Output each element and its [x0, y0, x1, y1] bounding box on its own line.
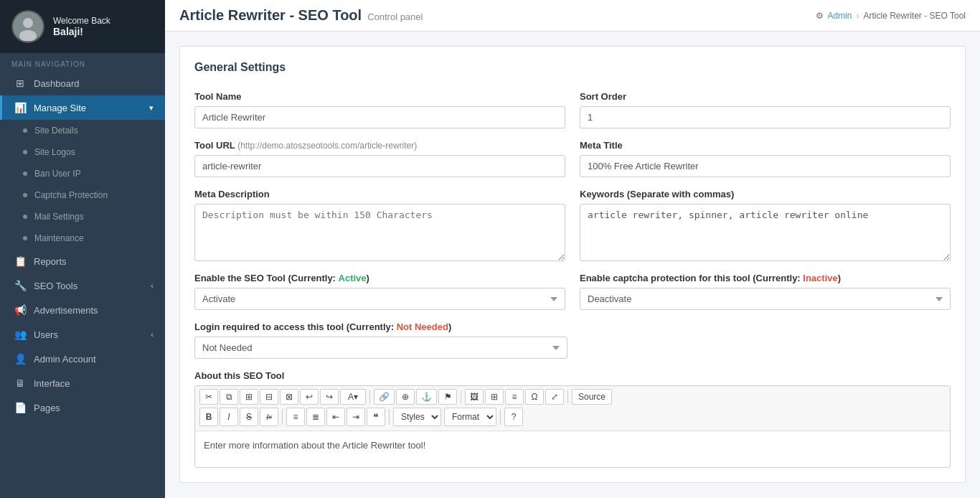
- font-button[interactable]: A▾: [340, 389, 366, 405]
- toolbar-separator: [282, 409, 283, 425]
- form-row-2: Tool URL (http://demo.atoszseotools.com/…: [194, 140, 951, 177]
- sidebar-item-interface[interactable]: 🖥 Interface: [0, 371, 165, 395]
- sort-order-input[interactable]: [580, 106, 951, 128]
- page-subtitle: Control panel: [367, 11, 423, 22]
- toolbar-separator: [461, 390, 461, 403]
- users-icon: 👥: [14, 329, 27, 340]
- link-button[interactable]: 🔗: [374, 389, 395, 405]
- sidebar-item-label: Captcha Protection: [34, 190, 108, 200]
- cut-button[interactable]: ✂: [199, 389, 218, 405]
- sidebar-item-dashboard[interactable]: ⊞ Dashboard: [0, 71, 165, 95]
- special-char-button[interactable]: Ω: [525, 389, 544, 405]
- source-button[interactable]: Source: [572, 389, 612, 405]
- meta-desc-textarea[interactable]: [194, 204, 565, 261]
- sidebar-item-admin-account[interactable]: 👤 Admin Account: [0, 347, 165, 371]
- toolbar-separator: [567, 390, 568, 403]
- tool-url-input[interactable]: [194, 155, 565, 177]
- editor-toolbar: ✂ ⧉ ⊞ ⊟ ⊠ ↩ ↪ A▾ 🔗 ⊕ ⚓ ⚑: [195, 386, 950, 431]
- about-seo-tool-group: About this SEO Tool ✂ ⧉ ⊞ ⊟ ⊠ ↩ ↪ A▾: [194, 370, 951, 468]
- dot-icon: [23, 193, 27, 197]
- general-settings-card: General Settings Tool Name Sort Order To…: [179, 46, 966, 483]
- redo-button[interactable]: ↪: [320, 389, 339, 405]
- blockquote-button[interactable]: ❝: [367, 408, 385, 426]
- seo-tools-icon: 🔧: [14, 280, 27, 291]
- form-row-3: Meta Description Keywords (Separate with…: [194, 189, 951, 261]
- avatar: [11, 10, 44, 43]
- table-button[interactable]: ⊞: [485, 389, 504, 405]
- paste-text-button[interactable]: ⊟: [260, 389, 278, 405]
- sidebar-item-ban-user-ip[interactable]: Ban User IP: [0, 163, 165, 184]
- sidebar-item-label: Mail Settings: [34, 212, 84, 222]
- form-row-5: Login required to access this tool (Curr…: [194, 321, 951, 359]
- editor-wrapper: ✂ ⧉ ⊞ ⊟ ⊠ ↩ ↪ A▾ 🔗 ⊕ ⚓ ⚑: [194, 385, 951, 468]
- tool-name-input[interactable]: [194, 106, 565, 128]
- editor-body[interactable]: Enter more information about the Article…: [195, 431, 950, 467]
- unlink-button[interactable]: ⊕: [396, 389, 415, 405]
- sidebar-item-label: Advertisements: [34, 305, 98, 316]
- chevron-left-icon: ‹: [151, 330, 154, 339]
- breadcrumb-admin-link[interactable]: Admin: [828, 11, 852, 21]
- form-row-4: Enable the SEO Tool (Currently: Active) …: [194, 273, 951, 310]
- pages-icon: 📄: [14, 402, 27, 413]
- help-button[interactable]: ?: [504, 408, 523, 426]
- keywords-textarea[interactable]: [580, 204, 951, 261]
- sidebar-item-maintenance[interactable]: Maintenance: [0, 227, 165, 249]
- seo-tool-label: Enable the SEO Tool (Currently: Active): [194, 273, 565, 283]
- strikethrough-button[interactable]: S: [240, 408, 258, 426]
- tool-name-label: Tool Name: [194, 91, 565, 102]
- sidebar-item-seo-tools[interactable]: 🔧 SEO Tools ‹: [0, 273, 165, 298]
- admin-account-icon: 👤: [14, 353, 27, 365]
- sidebar-item-label: Admin Account: [34, 354, 96, 365]
- fullscreen-button[interactable]: ⤢: [545, 389, 564, 405]
- sidebar-item-label: Site Logos: [34, 147, 75, 157]
- align-button[interactable]: ≡: [505, 389, 524, 405]
- sidebar-item-captcha-protection[interactable]: Captcha Protection: [0, 184, 165, 206]
- meta-title-input[interactable]: [580, 155, 951, 177]
- undo-button[interactable]: ↩: [300, 389, 319, 405]
- captcha-select[interactable]: Activate Deactivate: [580, 288, 951, 310]
- dot-icon: [23, 128, 27, 133]
- meta-desc-group: Meta Description: [194, 189, 565, 261]
- manage-site-icon: 📊: [14, 102, 27, 113]
- ordered-list-button[interactable]: ≡: [286, 408, 305, 426]
- remove-format-button[interactable]: Ix: [260, 408, 278, 426]
- unordered-list-button[interactable]: ≣: [306, 408, 325, 426]
- content-area: General Settings Tool Name Sort Order To…: [165, 32, 980, 498]
- sidebar-item-mail-settings[interactable]: Mail Settings: [0, 206, 165, 227]
- breadcrumb: ⚙ Admin › Article Rewriter - SEO Tool: [816, 11, 966, 21]
- copy-button[interactable]: ⧉: [220, 389, 238, 405]
- sidebar-item-advertisements[interactable]: 📢 Advertisements: [0, 298, 165, 322]
- sidebar: Welcome Back Balaji! MAIN NAVIGATION ⊞ D…: [0, 0, 165, 498]
- sidebar-item-label: Interface: [34, 378, 70, 389]
- section-title: General Settings: [194, 61, 951, 80]
- interface-icon: 🖥: [14, 377, 27, 389]
- decrease-indent-button[interactable]: ⇤: [326, 408, 345, 426]
- sidebar-item-users[interactable]: 👥 Users ‹: [0, 322, 165, 347]
- sidebar-item-label: Ban User IP: [34, 169, 81, 179]
- sidebar-item-manage-site[interactable]: 📊 Manage Site ▾: [0, 95, 165, 120]
- anchor-button[interactable]: ⚓: [416, 389, 437, 405]
- seo-tool-select[interactable]: Activate Deactivate: [194, 288, 565, 310]
- main-area: Article Rewriter - SEO Tool Control pane…: [165, 0, 980, 498]
- styles-select[interactable]: Styles: [393, 408, 441, 426]
- login-select[interactable]: Not Needed Needed: [194, 337, 567, 359]
- flag-button[interactable]: ⚑: [438, 389, 457, 405]
- username-label: Balaji!: [53, 26, 110, 37]
- italic-button[interactable]: I: [220, 408, 238, 426]
- sidebar-item-reports[interactable]: 📋 Reports: [0, 249, 165, 273]
- increase-indent-button[interactable]: ⇥: [347, 408, 365, 426]
- svg-point-1: [23, 18, 33, 28]
- bold-button[interactable]: B: [199, 408, 218, 426]
- page-title: Article Rewriter - SEO Tool: [179, 7, 362, 24]
- paste-word-button[interactable]: ⊠: [280, 389, 298, 405]
- sidebar-item-label: Maintenance: [34, 233, 84, 243]
- breadcrumb-separator: ›: [857, 11, 859, 21]
- paste-button[interactable]: ⊞: [240, 389, 258, 405]
- sidebar-item-site-logos[interactable]: Site Logos: [0, 141, 165, 163]
- sidebar-item-pages[interactable]: 📄 Pages: [0, 395, 165, 420]
- image-button[interactable]: 🖼: [465, 389, 484, 405]
- format-select[interactable]: Format: [444, 408, 496, 426]
- sidebar-item-site-details[interactable]: Site Details: [0, 120, 165, 141]
- nav-section-title: MAIN NAVIGATION: [0, 53, 165, 71]
- sort-order-group: Sort Order: [580, 91, 951, 128]
